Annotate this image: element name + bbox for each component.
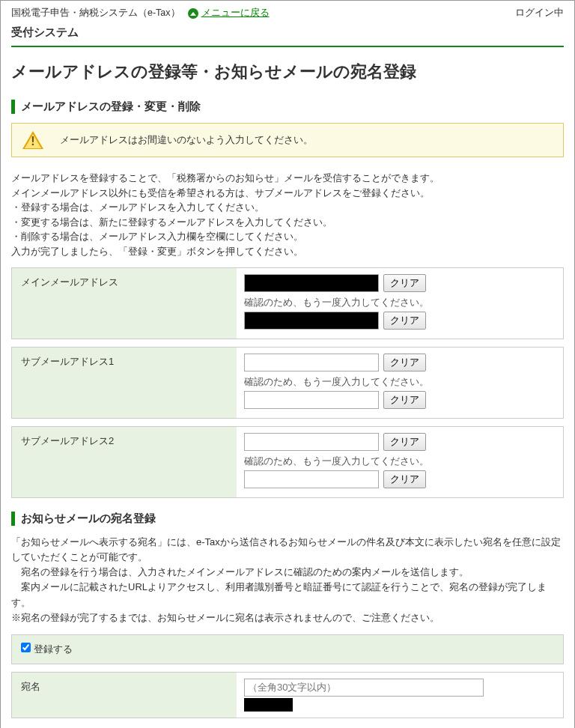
clear-button[interactable]: クリア bbox=[383, 312, 426, 330]
login-status: ログイン中 bbox=[515, 7, 564, 19]
info-line: ※宛名の登録が完了するまでは、お知らせメールに宛名は表示されませんので、ご注意く… bbox=[11, 612, 439, 623]
back-to-menu-link[interactable]: メニューに戻る bbox=[188, 7, 270, 19]
clear-button[interactable]: クリア bbox=[383, 470, 426, 488]
warning-icon: ! bbox=[22, 131, 43, 149]
main-mail-input[interactable] bbox=[244, 274, 379, 292]
sub2-mail-input[interactable] bbox=[244, 433, 379, 451]
desc-line: メインメールアドレス以外にも受信を希望される方は、サブメールアドレスをご登録くだ… bbox=[11, 187, 430, 198]
warning-text: メールアドレスはお間違いのないよう入力してください。 bbox=[60, 133, 313, 147]
sub1-mail-input[interactable] bbox=[244, 354, 379, 371]
desc-line: ・削除する場合は、メールアドレス入力欄を空欄にしてください。 bbox=[11, 231, 303, 242]
sub2-mail-confirm-input[interactable] bbox=[244, 470, 379, 488]
sub1-mail-label: サブメールアドレス1 bbox=[12, 348, 237, 418]
page-title: メールアドレスの登録等・お知らせメールの宛名登録 bbox=[11, 61, 564, 83]
name-block: 宛名 bbox=[11, 672, 564, 718]
info-line: 宛名の登録を行う場合は、入力されたメインメールアドレスに確認のための案内メールを… bbox=[11, 565, 564, 580]
main-mail-block: メインメールアドレス クリア 確認のため、もう一度入力してください。 クリア bbox=[11, 267, 564, 339]
main-mail-confirm-input[interactable] bbox=[244, 312, 379, 330]
sub1-mail-confirm-input[interactable] bbox=[244, 391, 379, 409]
name-label: 宛名 bbox=[12, 673, 237, 718]
info-paragraph: 「お知らせメールへ表示する宛名」には、e-Taxから送信されるお知らせメールの件… bbox=[11, 535, 564, 625]
sub1-mail-block: サブメールアドレス1 クリア 確認のため、もう一度入力してください。 クリア bbox=[11, 347, 564, 419]
desc-line: メールアドレスを登録することで、「税務署からのお知らせ」メールを受信することがで… bbox=[11, 172, 439, 183]
desc-line: ・変更する場合は、新たに登録するメールアドレスを入力してください。 bbox=[11, 216, 332, 228]
description-text: メールアドレスを登録することで、「税務署からのお知らせ」メールを受信することがで… bbox=[11, 171, 564, 258]
system-name: 国税電子申告・納税システム（e-Tax） bbox=[11, 7, 180, 19]
warning-box: ! メールアドレスはお間違いのないよう入力してください。 bbox=[11, 123, 564, 157]
clear-button[interactable]: クリア bbox=[383, 354, 426, 371]
subsystem-title: 受付システム bbox=[11, 24, 564, 44]
info-line: 案内メールに記載されたURLよりアクセスし、利用者識別番号と暗証番号にて認証を行… bbox=[11, 580, 564, 610]
clear-button[interactable]: クリア bbox=[383, 274, 426, 292]
register-checkbox[interactable] bbox=[21, 643, 31, 652]
register-text: 登録する bbox=[34, 643, 73, 655]
main-mail-label: メインメールアドレス bbox=[12, 268, 237, 339]
confirm-hint: 確認のため、もう一度入力してください。 bbox=[244, 376, 556, 389]
register-checkbox-box: 登録する bbox=[11, 634, 564, 664]
clear-button[interactable]: クリア bbox=[383, 433, 426, 451]
up-arrow-icon bbox=[188, 8, 198, 19]
section-heading-name: お知らせメールの宛名登録 bbox=[11, 512, 564, 526]
desc-line: 入力が完了しましたら、「登録・変更」ボタンを押してください。 bbox=[11, 246, 303, 257]
clear-button[interactable]: クリア bbox=[383, 391, 426, 409]
confirm-hint: 確認のため、もう一度入力してください。 bbox=[244, 297, 556, 309]
desc-line: ・登録する場合は、メールアドレスを入力してください。 bbox=[11, 201, 264, 213]
sub2-mail-label: サブメールアドレス2 bbox=[12, 427, 237, 497]
confirm-hint: 確認のため、もう一度入力してください。 bbox=[244, 455, 556, 468]
name-current-value-redacted bbox=[244, 698, 293, 712]
back-link-label: メニューに戻る bbox=[201, 7, 270, 19]
divider bbox=[11, 46, 564, 47]
sub2-mail-block: サブメールアドレス2 クリア 確認のため、もう一度入力してください。 クリア bbox=[11, 426, 564, 498]
info-line: 「お知らせメールへ表示する宛名」には、e-Taxから送信されるお知らせメールの件… bbox=[11, 536, 561, 562]
section-heading-mail: メールアドレスの登録・変更・削除 bbox=[11, 100, 564, 114]
name-input[interactable] bbox=[244, 679, 484, 697]
register-checkbox-label[interactable]: 登録する bbox=[21, 643, 73, 655]
